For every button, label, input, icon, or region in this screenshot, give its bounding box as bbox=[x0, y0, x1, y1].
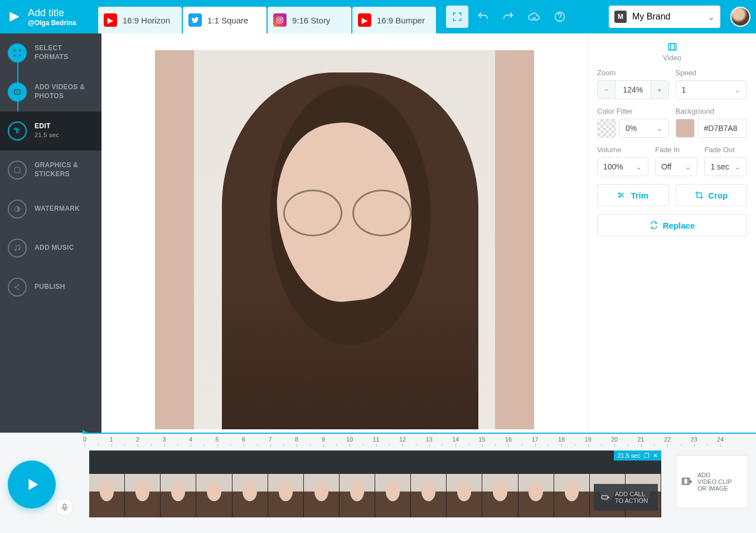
filter-select[interactable]: 0%⌄ bbox=[619, 119, 669, 138]
clip-thumbnails[interactable] bbox=[89, 474, 661, 517]
zoom-value[interactable]: 124% bbox=[616, 81, 651, 99]
svg-point-10 bbox=[18, 289, 20, 290]
step-edit[interactable]: EDIT 21.5 sec bbox=[0, 112, 101, 151]
step-graphics[interactable]: GRAPHICS & STICKERS bbox=[0, 151, 101, 190]
svg-rect-14 bbox=[64, 504, 66, 508]
crop-button[interactable]: Crop bbox=[676, 184, 748, 206]
zoom-label: Zoom bbox=[597, 69, 669, 77]
ruler-tick: 10 bbox=[346, 436, 353, 443]
background-swatch[interactable] bbox=[676, 119, 695, 138]
close-icon[interactable]: ✕ bbox=[653, 452, 658, 459]
resize-button[interactable] bbox=[446, 6, 468, 28]
project-title[interactable]: Add title bbox=[28, 7, 89, 19]
ruler-tick: 9 bbox=[321, 436, 324, 443]
music-icon bbox=[8, 239, 27, 258]
ruler-tick: 3 bbox=[162, 436, 166, 443]
trim-button[interactable]: Trim bbox=[597, 184, 669, 206]
ruler-tick: 20 bbox=[611, 436, 618, 443]
ruler-tick: 18 bbox=[558, 436, 565, 443]
volume-select[interactable]: 100%⌄ bbox=[597, 157, 648, 176]
brand-label: My Brand bbox=[632, 12, 670, 22]
svg-point-8 bbox=[14, 287, 16, 288]
watermark-icon bbox=[8, 200, 27, 219]
ruler-tick: 11 bbox=[372, 436, 379, 443]
svg-rect-12 bbox=[602, 496, 608, 499]
cloud-save-button[interactable] bbox=[523, 6, 545, 28]
format-tab-bumper[interactable]: ▶ 16:9 Bumper bbox=[352, 7, 436, 33]
video-track[interactable]: 21.5 sec ❐ ✕ ADDTEXT ADD CALLTO ACTION bbox=[89, 450, 661, 517]
ruler-tick: 15 bbox=[478, 436, 485, 443]
brand-badge: M bbox=[614, 11, 627, 23]
ruler-tick: 0 bbox=[83, 436, 86, 443]
ruler-tick: 16 bbox=[505, 436, 512, 443]
ruler-tick: 12 bbox=[399, 436, 406, 443]
add-clip-button[interactable]: ADDVIDEO CLIPOR IMAGE bbox=[676, 455, 748, 508]
fadeout-label: Fade Out bbox=[704, 146, 747, 154]
help-button[interactable] bbox=[549, 6, 571, 28]
edit-icon bbox=[8, 122, 27, 140]
step-add-videos[interactable]: ADD VIDEOS & PHOTOS bbox=[0, 72, 101, 112]
add-cta-button[interactable]: ADD CALLTO ACTION bbox=[594, 484, 658, 511]
ruler-tick: 21 bbox=[637, 436, 644, 443]
step-label: SELECT FORMATS bbox=[35, 44, 94, 61]
voiceover-button[interactable] bbox=[56, 498, 74, 516]
ruler-tick: 5 bbox=[215, 436, 219, 443]
step-select-formats[interactable]: SELECT FORMATS bbox=[0, 33, 101, 72]
step-label: ADD VIDEOS & PHOTOS bbox=[35, 83, 94, 100]
step-label: ADD MUSIC bbox=[35, 244, 74, 253]
ruler-tick: 17 bbox=[531, 436, 538, 443]
step-publish[interactable]: PUBLISH bbox=[0, 268, 101, 307]
canvas-area[interactable] bbox=[101, 33, 588, 433]
fadeout-select[interactable]: 1 sec⌄ bbox=[704, 157, 747, 176]
header-actions bbox=[446, 6, 571, 28]
background-value[interactable]: #D7B7A8 bbox=[698, 119, 748, 138]
youtube-icon: ▶ bbox=[358, 13, 371, 27]
project-title-block[interactable]: Add title @Olga Bedrina bbox=[28, 7, 89, 27]
background-label: Background bbox=[676, 107, 748, 115]
clip-duration-tag: 21.5 sec ❐ ✕ bbox=[614, 450, 661, 461]
video-preview bbox=[194, 50, 495, 429]
filter-swatch[interactable] bbox=[597, 119, 616, 138]
app-logo[interactable] bbox=[6, 8, 23, 26]
timeline: ▶ 01234567891011121314151617181920212223… bbox=[0, 433, 756, 533]
format-tab-story[interactable]: 9:16 Story bbox=[268, 7, 351, 33]
user-avatar[interactable] bbox=[730, 7, 750, 27]
format-tab-horizontal[interactable]: ▶ 16:9 Horizon bbox=[98, 7, 182, 33]
step-music[interactable]: ADD MUSIC bbox=[0, 229, 101, 268]
step-label: WATERMARK bbox=[35, 205, 80, 214]
chevron-down-icon: ⌄ bbox=[734, 85, 741, 94]
svg-point-4 bbox=[559, 19, 560, 20]
playhead-icon[interactable]: ▶ bbox=[83, 428, 87, 435]
speed-select[interactable]: 1⌄ bbox=[676, 80, 748, 99]
chevron-down-icon: ⌄ bbox=[656, 124, 663, 133]
ruler-tick: 24 bbox=[717, 436, 724, 443]
play-button[interactable] bbox=[8, 461, 56, 508]
video-frame[interactable] bbox=[155, 50, 534, 429]
svg-point-9 bbox=[18, 284, 20, 286]
ruler-tick: 1 bbox=[109, 436, 113, 443]
step-watermark[interactable]: WATERMARK bbox=[0, 190, 101, 229]
zoom-minus-button[interactable]: − bbox=[598, 81, 616, 99]
replace-button[interactable]: Replace bbox=[597, 214, 747, 236]
step-label: EDIT 21.5 sec bbox=[35, 122, 59, 139]
svg-rect-11 bbox=[668, 43, 676, 50]
ruler-tick: 7 bbox=[268, 436, 272, 443]
duplicate-icon[interactable]: ❐ bbox=[644, 452, 650, 459]
undo-button[interactable] bbox=[472, 6, 494, 28]
chevron-down-icon: ⌄ bbox=[685, 162, 691, 171]
format-tab-square[interactable]: 1:1 Square bbox=[183, 7, 266, 33]
redo-button[interactable] bbox=[497, 6, 520, 28]
time-ruler[interactable]: ▶ 01234567891011121314151617181920212223… bbox=[83, 433, 756, 448]
share-icon bbox=[8, 278, 27, 297]
ruler-tick: 14 bbox=[452, 436, 459, 443]
format-tab-label: 16:9 Bumper bbox=[377, 16, 425, 25]
zoom-control: − 124% + bbox=[597, 80, 669, 99]
fadein-select[interactable]: Off⌄ bbox=[655, 157, 698, 176]
zoom-plus-button[interactable]: + bbox=[651, 81, 668, 99]
chevron-down-icon: ⌄ bbox=[636, 162, 642, 171]
brand-dropdown[interactable]: M My Brand ⌄ bbox=[609, 6, 720, 28]
svg-point-1 bbox=[279, 19, 282, 22]
properties-panel: Video Zoom − 124% + Speed 1⌄ Color Filte… bbox=[588, 33, 756, 433]
ruler-tick: 2 bbox=[136, 436, 139, 443]
format-tab-label: 1:1 Square bbox=[207, 16, 248, 25]
